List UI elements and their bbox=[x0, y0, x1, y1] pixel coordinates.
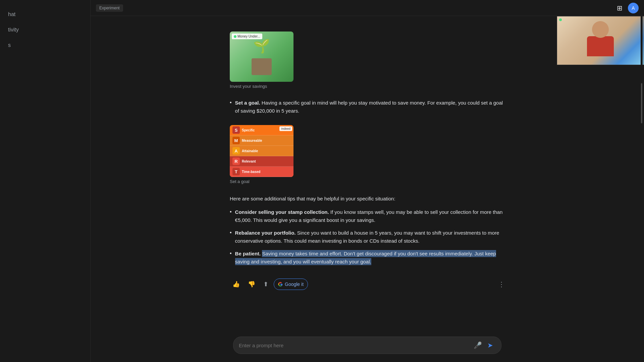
smart-text-a: Attainable bbox=[242, 149, 291, 153]
webcam-inner bbox=[557, 16, 644, 65]
savings-image: Money Under... bbox=[230, 32, 293, 82]
smart-letter-r: R bbox=[232, 158, 240, 165]
grid-icon[interactable]: ⊞ bbox=[617, 4, 623, 12]
set-goal-detail: Having a specific goal in mind will help… bbox=[235, 100, 503, 114]
action-bar: 👍 👎 ⬆ Google it ⋮ bbox=[230, 273, 505, 291]
tip-portfolio-bold: Rebalance your portfolio. bbox=[235, 230, 296, 236]
bullet-dot-1: • bbox=[230, 209, 232, 224]
thumbs-down-button[interactable]: 👎 bbox=[245, 278, 258, 291]
smart-image: Indeed S Specific M Measureable A bbox=[230, 125, 293, 177]
webcam-figure bbox=[574, 21, 627, 65]
tip-portfolio-text: Rebalance your portfolio. Since you want… bbox=[235, 229, 505, 245]
top-bar: Experiment ⊞ A bbox=[91, 0, 644, 16]
main-area: Experiment ⊞ A Money Under... bbox=[91, 0, 644, 362]
set-goal-bullet: • Set a goal. Having a specific goal in … bbox=[230, 99, 505, 115]
scroll-indicator[interactable] bbox=[641, 16, 643, 331]
badge-dot bbox=[234, 35, 236, 38]
smart-letter-m: M bbox=[232, 137, 240, 144]
google-it-button[interactable]: Google it bbox=[274, 279, 308, 290]
tip-portfolio: • Rebalance your portfolio. Since you wa… bbox=[230, 229, 505, 245]
bullet-dot-2: • bbox=[230, 230, 232, 245]
smart-row-r: R Relevant bbox=[230, 156, 293, 167]
tip-patient: • Be patient. Saving money takes time an… bbox=[230, 250, 505, 266]
set-goal-bold: Set a goal. bbox=[235, 100, 260, 106]
smart-letter-t: T bbox=[232, 168, 240, 175]
sidebar-item-chat[interactable]: hat bbox=[0, 7, 90, 22]
prompt-input[interactable] bbox=[239, 343, 471, 348]
webcam-active-dot bbox=[559, 18, 562, 21]
more-button[interactable]: ⋮ bbox=[498, 280, 505, 288]
thumbs-down-icon: 👎 bbox=[248, 281, 255, 288]
tip-stamp: • Consider selling your stamp collection… bbox=[230, 208, 505, 224]
mic-button[interactable]: 🎤 bbox=[471, 339, 485, 352]
webcam-overlay bbox=[557, 16, 644, 65]
mic-icon: 🎤 bbox=[474, 341, 482, 349]
export-button[interactable]: ⬆ bbox=[261, 278, 271, 291]
chat-content[interactable]: Money Under... Invest your savings • Set… bbox=[216, 16, 518, 331]
bullet-dot: • bbox=[230, 100, 232, 115]
additional-tips-header: Here are some additional tips that may b… bbox=[230, 195, 505, 203]
smart-row-m: M Measureable bbox=[230, 135, 293, 146]
bullet-dot-3: • bbox=[230, 250, 232, 266]
smart-caption: Set a goal bbox=[230, 179, 293, 184]
thumbs-up-icon: 👍 bbox=[232, 281, 240, 288]
top-bar-right: ⊞ A bbox=[617, 3, 639, 13]
smart-image-container: Indeed S Specific M Measureable A bbox=[230, 125, 293, 184]
smart-text-m: Measureable bbox=[242, 139, 291, 142]
smart-letter-a: A bbox=[232, 147, 240, 155]
smart-text-r: Relevant bbox=[242, 160, 291, 163]
savings-caption: Invest your savings bbox=[230, 84, 293, 89]
send-icon: ➤ bbox=[487, 341, 493, 349]
sidebar-item-settings[interactable]: s bbox=[0, 38, 90, 53]
prompt-area: 🎤 ➤ bbox=[91, 331, 644, 362]
scroll-thumb bbox=[641, 83, 642, 123]
experiment-badge: Experiment bbox=[96, 4, 123, 12]
avatar[interactable]: A bbox=[628, 3, 639, 13]
thumbs-up-button[interactable]: 👍 bbox=[230, 278, 243, 291]
send-button[interactable]: ➤ bbox=[485, 339, 496, 352]
google-it-label: Google it bbox=[285, 282, 304, 287]
indeed-badge: Indeed bbox=[279, 126, 292, 131]
savings-image-badge: Money Under... bbox=[232, 34, 262, 39]
tip-patient-bold: Be patient. bbox=[235, 251, 261, 256]
tip-stamp-bold: Consider selling your stamp collection. bbox=[235, 209, 329, 215]
tip-patient-detail: Saving money takes time and effort. Don'… bbox=[235, 250, 496, 265]
smart-text-t: Time-based bbox=[242, 170, 291, 174]
highlighted-patient-text: Saving money takes time and effort. Don'… bbox=[235, 250, 496, 265]
sidebar-item-activity[interactable]: tivity bbox=[0, 22, 90, 38]
tip-stamp-text: Consider selling your stamp collection. … bbox=[235, 208, 505, 224]
smart-letter-s: S bbox=[232, 126, 240, 134]
smart-row-a: A Attainable bbox=[230, 146, 293, 156]
google-logo-icon bbox=[278, 282, 283, 287]
set-goal-text: Set a goal. Having a specific goal in mi… bbox=[235, 99, 505, 115]
person-head bbox=[592, 21, 609, 38]
savings-image-container: Money Under... Invest your savings bbox=[230, 32, 293, 89]
tip-patient-text: Be patient. Saving money takes time and … bbox=[235, 250, 505, 266]
smart-row-t: T Time-based bbox=[230, 167, 293, 177]
export-icon: ⬆ bbox=[263, 281, 268, 288]
sidebar: hat tivity s bbox=[0, 0, 91, 362]
prompt-input-container: 🎤 ➤ bbox=[233, 337, 501, 354]
person-body bbox=[587, 36, 614, 56]
